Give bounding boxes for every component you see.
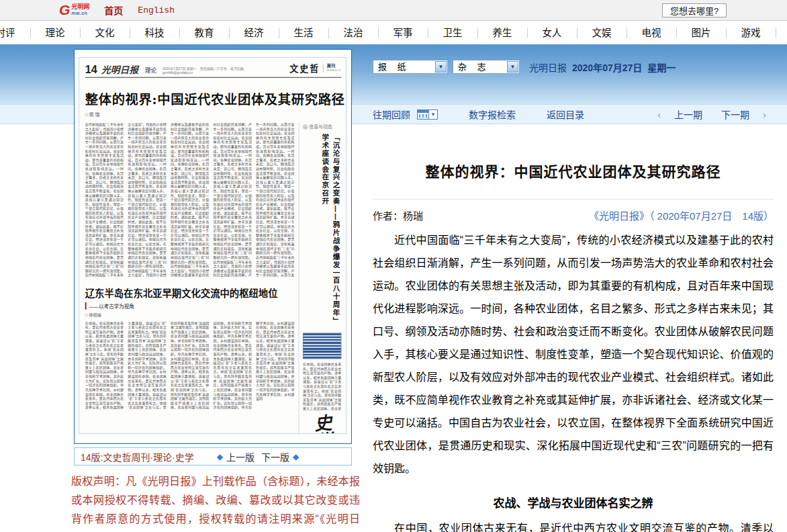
issue-info: 光明日报 2020年07月27日 星期一 [529, 60, 676, 74]
nav-item-wenhua[interactable]: 文化 [81, 28, 130, 38]
next-page-diamond-icon[interactable]: ◆ [293, 452, 299, 461]
nav-item-yangsheng[interactable]: 养生 [478, 28, 528, 38]
nav-item-junshi[interactable]: 军事 [379, 28, 428, 38]
scan-columns: 近代中国面临“三千年未有之大变局”，传统的小农经济模式以及建基于此的农村社会组织… [85, 123, 342, 434]
scan-section-label: 理论 [145, 66, 156, 74]
home-link[interactable]: 首页 [104, 3, 123, 17]
scan-byline: □ 杨 瑞 [85, 111, 342, 118]
scan-vertical-headline: 「沉沦与复兴之变奏——鸦片战争爆发一百八十周年」学术座谈会在京召开 [303, 134, 341, 330]
gmw-logo[interactable]: G 光明网 mw.cn [59, 3, 89, 17]
article-author: 作者：杨瑞 [373, 208, 423, 222]
article-source-link[interactable]: 《光明日报》（ 2020年07月27日 14版） [589, 208, 774, 222]
nav-item-nvren[interactable]: 女人 [528, 28, 577, 38]
page-nav: ◆ 上一版 下一版 ◆ [217, 450, 299, 463]
scan-dateline: 2020年7月27日 星期一 责任编辑／户华为 电子信箱：gmrbllb@gmd… [163, 67, 259, 75]
article-section-heading: 农战、学战与农业团体名实之辨 [373, 494, 774, 511]
scan-notice-box [303, 333, 341, 359]
calendar-dropdown-icon[interactable]: ▼ [429, 109, 438, 120]
issue-pager: ‹ 上一期 下一期 › [653, 107, 770, 121]
page-caption-bar: 14版:文史哲周刊·理论·史学 ◆ 上一版 下一版 ◆ [74, 447, 352, 466]
page-caption-link[interactable]: 14版:文史哲周刊·理论·史学 [81, 450, 194, 463]
scan-left-columns: 近代中国面临“三千年未有之大变局”，传统的小农经济模式以及建基于此的农村社会组织… [85, 123, 295, 434]
gmw-logo-text: 光明网 mw.cn [71, 4, 89, 16]
past-issues-link[interactable]: 往期回顾 [373, 107, 410, 121]
english-link[interactable]: English [138, 5, 175, 15]
nav-item-weisheng[interactable]: 卫生 [428, 28, 478, 38]
nav-item-dianshi[interactable]: 电视 [627, 28, 677, 38]
article-body: 近代中国面临“三千年未有之大变局”，传统的小农经济模式以及建基于此的农村社会组织… [373, 229, 774, 532]
edition-controls: 报 纸 ▼ 杂 志 ▼ 光明日报 2020年07月27日 星期一 [373, 60, 676, 74]
next-issue-arrow-icon[interactable]: › [759, 109, 770, 120]
nav-item-shenghuo[interactable]: 生活 [279, 28, 329, 38]
back-to-contents-link[interactable]: 返回目录 [547, 107, 584, 121]
scan-weekly-title: 文史哲 [289, 62, 320, 75]
article-title: 整体的视界：中国近代农业团体及其研究路径 [373, 161, 774, 181]
scan-info-header: G信息与动态 [303, 123, 341, 130]
prev-issue-arrow-icon[interactable]: ‹ [653, 109, 665, 120]
newspaper-scan-content: 14 光明日报 理论 2020年7月27日 星期一 责任编辑／户华为 电子信箱：… [79, 58, 346, 434]
nav-item-keji[interactable]: 科技 [130, 28, 180, 38]
scan-right-micro-text: 在中国，农业团体古来无有，是近代中西方农业文明交流互鉴的产物。清季以来，相关各类… [303, 362, 341, 412]
nav-item-jingji[interactable]: 经济 [230, 28, 279, 38]
page: G 光明网 mw.cn 首页 English 您想去哪里? 时政 国际 时评 理… [0, 0, 787, 532]
digital-search-link[interactable]: 数字报检索 [469, 107, 516, 121]
scan-sub-article-title: 辽东半岛在东北亚早期文化交流中的枢纽地位 [85, 285, 295, 300]
scan-weekly-sub: 周刊 WEEKLY [323, 64, 341, 72]
nav-item-wenyu[interactable]: 文娱 [577, 28, 627, 38]
calendar-picker[interactable]: ▼ [417, 109, 438, 120]
chevron-down-icon[interactable]: ▼ [507, 61, 518, 73]
scan-body-text-top: 近代中国面临“三千年未有之大变局”，传统的小农经济模式以及建基于此的农村社会组织… [85, 123, 295, 280]
scan-sub-article: 辽东半岛在东北亚早期文化交流中的枢纽地位 ——以考古学为视角 □ 徐昭峰 [85, 285, 295, 318]
newspaper-scan: 14 光明日报 理论 2020年7月27日 星期一 责任编辑／户华为 电子信箱：… [79, 57, 346, 434]
nav-item-gmbaoxi[interactable]: 光明报系 [776, 28, 787, 38]
paper-name: 光明日报 [529, 60, 567, 74]
scan-paper-name: 光明日报 [101, 65, 138, 75]
top-bar: G 光明网 mw.cn 首页 English 您想去哪里? [0, 0, 787, 21]
issue-weekday: 星期一 [647, 60, 676, 74]
gmw-logo-g-icon: G [59, 3, 70, 17]
article-paragraph-1: 近代中国面临“三千年未有之大变局”，传统的小农经济模式以及建基于此的农村社会组织… [373, 229, 774, 480]
scan-right-strip: G信息与动态 「沉沦与复兴之变奏——鸦片战争爆发一百八十周年」学术座谈会在京召开… [299, 123, 342, 434]
gmw-mark-icon: G [303, 124, 308, 129]
scan-sub-article-byline: □ 徐昭峰 [85, 312, 295, 318]
nav-item-fazhi[interactable]: 法治 [329, 28, 379, 38]
where-to-go-box[interactable]: 您想去哪里? [662, 3, 727, 17]
nav-item-jiaoyu[interactable]: 教育 [180, 28, 230, 38]
article-panel: 整体的视界：中国近代农业团体及其研究路径 作者：杨瑞 《光明日报》（ 2020年… [373, 138, 774, 532]
issue-date: 2020年07月27日 [572, 60, 642, 74]
scan-page-number: 14 [85, 64, 97, 75]
nav-item-tupian[interactable]: 图片 [677, 28, 727, 38]
scan-sub-article-subtitle: ——以考古学为视角 [85, 302, 295, 310]
newspaper-select[interactable]: 报 纸 ▼ [373, 60, 448, 74]
scan-shixue-stamp: 史学 [312, 414, 332, 434]
scan-body-text-bottom: 在中国，农业团体古来无有，是近代中西方农业文明交流互鉴的产物。清季以来，相关各类… [85, 321, 295, 424]
next-issue-link[interactable]: 下一期 [721, 107, 749, 121]
next-page-link[interactable]: 下一版 [261, 450, 289, 463]
newspaper-select-value: 报 纸 [378, 62, 410, 72]
chevron-down-icon[interactable]: ▼ [435, 61, 447, 73]
prev-page-diamond-icon[interactable]: ◆ [217, 452, 223, 461]
scan-weekly-block: 文史哲 周刊 WEEKLY [289, 62, 341, 75]
newspaper-page-image[interactable]: 14 光明日报 理论 2020年7月27日 星期一 责任编辑／户华为 电子信箱：… [74, 49, 352, 444]
nav-item-lilun[interactable]: 理论 [31, 28, 81, 38]
scan-info-header-text: 信息与动态 [309, 124, 332, 129]
scan-masthead: 14 光明日报 理论 2020年7月27日 星期一 责任编辑／户华为 电子信箱：… [85, 62, 342, 78]
scan-weekly-en: WEEKLY [327, 69, 342, 73]
magazine-select[interactable]: 杂 志 ▼ [453, 60, 520, 74]
article-paragraph-2: 在中国，农业团体古来无有，是近代中西方农业文明交流互鉴的产物。清季以来，相关各类… [373, 517, 774, 532]
nav-item-youxi[interactable]: 游戏 [727, 28, 776, 38]
prev-issue-link[interactable]: 上一期 [674, 107, 702, 121]
copyright-notice: 版权声明：凡《光明日报》上刊载作品（含标题），未经本报或本网授权不得转载、摘编、… [71, 472, 360, 532]
calendar-icon[interactable] [417, 109, 429, 120]
magazine-select-value: 杂 志 [458, 62, 490, 72]
nav-item-shiping[interactable]: 时评 [0, 28, 31, 38]
article-meta: 作者：杨瑞 《光明日报》（ 2020年07月27日 14版） [373, 199, 774, 222]
issue-toolbar: 往期回顾 ▼ 数字报检索 返回目录 ‹ 上一期 下一期 › [373, 107, 776, 122]
main-nav: 时政 国际 时评 理论 文化 科技 教育 经济 生活 法治 军事 卫生 养生 女… [0, 21, 787, 44]
prev-page-link[interactable]: 上一版 [226, 450, 254, 463]
scan-headline: 整体的视界:中国近代农业团体及其研究路径 [85, 89, 342, 107]
